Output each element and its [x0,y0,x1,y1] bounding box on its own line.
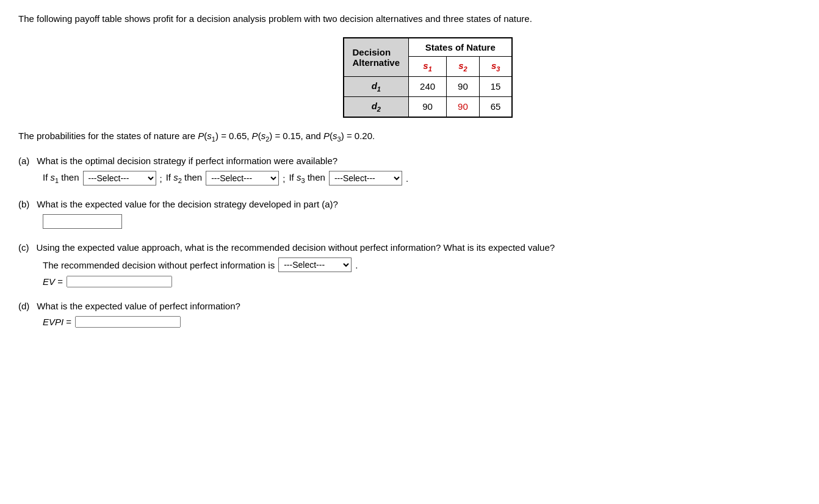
question-c-block: (c) Using the expected value approach, w… [18,242,801,287]
question-a-text: What is the optimal decision strategy if… [37,156,337,166]
row-label-d1: d1 [344,76,409,96]
question-a-answer-line: If s1 then ---Select--- d₁ d₂ ; If s2 th… [43,171,801,185]
part-d: (d) [18,301,29,311]
cell-d1-s2: 90 [447,76,480,96]
rec-decision-label: The recommended decision without perfect… [43,260,275,270]
select-s1[interactable]: ---Select--- d₁ d₂ [83,171,156,185]
rec-decision-line: The recommended decision without perfect… [43,257,801,272]
select-rec-decision[interactable]: ---Select--- d₁ d₂ [278,257,352,272]
ev-c-row: EV = [43,276,801,287]
if-s3-label: If s3 then [289,172,325,184]
part-c: (c) [18,242,29,253]
select-s2[interactable]: ---Select--- d₁ d₂ [206,171,279,185]
select-s3[interactable]: ---Select--- d₁ d₂ [329,171,402,185]
semicolon-2: ; [283,173,285,184]
prob-line: The probabilities for the states of natu… [18,129,801,145]
ev-c-input[interactable] [67,276,172,287]
part-a: (a) [18,156,29,166]
question-a-label: (a) What is the optimal decision strateg… [18,156,801,166]
intro-text: The following payoff table shows profit … [18,12,801,26]
decision-alt-header: DecisionAlternative [344,38,409,77]
period-a: . [406,173,408,184]
question-c-label: (c) Using the expected value approach, w… [18,242,801,253]
row-label-d2: d2 [344,96,409,117]
col-header-s3: s3 [479,56,512,76]
if-s1-label: If s1 then [43,172,79,184]
cell-d2-s2: 90 [447,96,480,117]
evpi-label: EVPI = [43,317,71,327]
question-a-block: (a) What is the optimal decision strateg… [18,156,801,185]
evpi-row: EVPI = [43,316,801,328]
if-s2-label: If s2 then [166,172,203,184]
question-b-answer [43,214,801,229]
question-d-block: (d) What is the expected value of perfec… [18,301,801,328]
question-b-label: (b) What is the expected value for the d… [18,199,801,209]
payoff-table: DecisionAlternative States of Nature s1 … [343,37,513,118]
evpi-input[interactable] [75,316,181,328]
question-b-text: What is the expected value for the decis… [37,199,338,209]
semicolon-1: ; [160,173,162,184]
question-d-label: (d) What is the expected value of perfec… [18,301,801,311]
col-header-s1: s1 [409,56,447,76]
cell-d1-s3: 15 [479,76,512,96]
payoff-table-wrapper: DecisionAlternative States of Nature s1 … [55,37,801,118]
cell-d2-s1: 90 [409,96,447,117]
part-b: (b) [18,199,29,209]
table-row: d1 240 90 15 [344,76,513,96]
period-c: . [355,260,358,270]
cell-d2-s3: 65 [479,96,512,117]
ev-c-label: EV = [43,276,63,287]
question-b-block: (b) What is the expected value for the d… [18,199,801,229]
states-of-nature-header: States of Nature [409,38,513,57]
col-header-s2: s2 [447,56,480,76]
question-c-text: Using the expected value approach, what … [37,242,555,253]
table-row: d2 90 90 65 [344,96,513,117]
cell-d1-s1: 240 [409,76,447,96]
question-d-text: What is the expected value of perfect in… [37,301,240,311]
ev-part-a-input[interactable] [43,214,122,229]
